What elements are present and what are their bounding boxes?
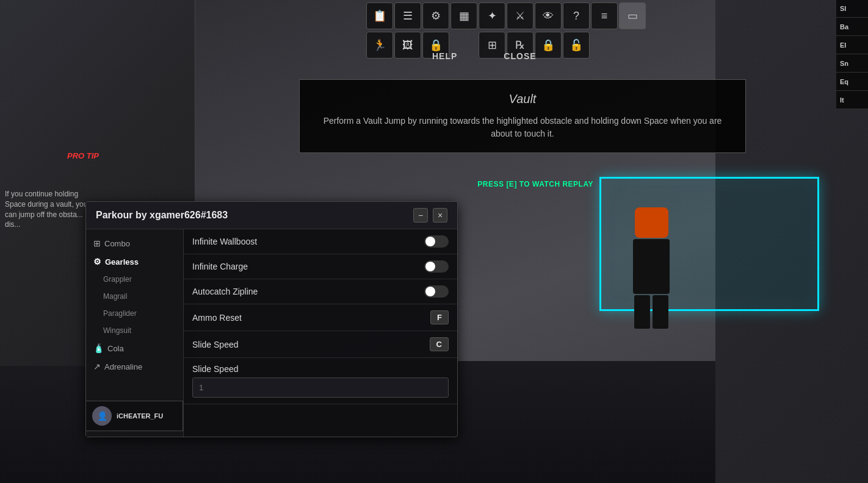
user-avatar: 👤 xyxy=(92,406,112,426)
char-leg-left xyxy=(634,295,650,329)
toggle-charge[interactable] xyxy=(424,260,449,273)
nav-item-cola[interactable]: 🧴 Cola xyxy=(86,339,183,357)
sidebar-item-sl[interactable]: Sl xyxy=(836,0,868,18)
pro-tip-label: PRO TIP xyxy=(67,151,99,160)
sidebar-item-it[interactable]: It xyxy=(836,91,868,109)
nav-label-wingsuit: Wingsuit xyxy=(103,326,131,335)
toolbar-icon-notes[interactable]: 📋 xyxy=(366,2,393,29)
toolbar-icon-chat[interactable]: ▭ xyxy=(619,2,646,29)
toolbar-icon-run[interactable]: 🏃 xyxy=(366,32,393,59)
nav-label-combo: Combo xyxy=(104,239,130,248)
panel-title: Parkour by xgamer626#1683 xyxy=(96,210,228,221)
nav-label-grappler: Grappler xyxy=(103,275,132,284)
vault-tooltip: Vault Perform a Vault Jump by running to… xyxy=(299,79,746,153)
toggle-wallboost[interactable] xyxy=(424,235,449,248)
press-e-label[interactable]: PRESS [E] TO WATCH REPLAY xyxy=(477,180,593,188)
toolbar-icon-help[interactable]: ? xyxy=(563,2,590,29)
vault-description: Perform a Vault Jump by running towards … xyxy=(318,115,727,140)
toolbar-icon-lines[interactable]: ≡ xyxy=(591,2,618,29)
toggle-knob-charge xyxy=(425,262,435,271)
toggle-knob-wallboost xyxy=(425,237,435,246)
toolbar-icon-settings[interactable]: ⚙ xyxy=(422,2,449,29)
nav-label-adrenaline: Adrenaline xyxy=(104,362,142,371)
keybind-key-slide-speed[interactable]: C xyxy=(430,337,449,351)
input-label-slide-speed: Slide Speed xyxy=(192,364,449,374)
user-bar: 👤 iCHEATER_FU xyxy=(85,401,183,431)
help-close-bar: HELP CLOSE xyxy=(427,49,541,63)
toggle-row-infinite-charge: Infinite Charge xyxy=(184,254,457,279)
minimize-button[interactable]: − xyxy=(413,208,428,223)
keybind-row-ammo-reset: Ammo Reset F xyxy=(184,304,457,331)
nav-item-grappler[interactable]: Grappler xyxy=(86,271,183,288)
panel-header: Parkour by xgamer626#1683 − × xyxy=(86,202,457,229)
sidebar-item-eq[interactable]: Eq xyxy=(836,73,868,91)
nav-label-magrail: Magrail xyxy=(103,292,127,301)
right-sidebar: Sl Ba El Sn Eq It xyxy=(836,0,868,109)
sidebar-item-ba[interactable]: Ba xyxy=(836,18,868,36)
char-leg-right xyxy=(653,295,668,329)
toolbar-icon-list[interactable]: ☰ xyxy=(394,2,421,29)
keybind-label-slide-speed: Slide Speed xyxy=(192,340,239,349)
avatar-icon: 👤 xyxy=(97,411,107,421)
close-button[interactable]: CLOSE xyxy=(499,49,541,63)
toolbar-icon-photo[interactable]: 🖼 xyxy=(394,32,421,59)
toolbar-icon-eye[interactable]: 👁 xyxy=(535,2,562,29)
adrenaline-icon: ↗ xyxy=(93,362,101,371)
panel-controls: − × xyxy=(413,208,447,223)
keybind-key-ammo-reset[interactable]: F xyxy=(430,310,449,324)
nav-item-wingsuit[interactable]: Wingsuit xyxy=(86,322,183,339)
toolbar-icon-lock3[interactable]: 🔓 xyxy=(563,32,590,59)
username-label: iCHEATER_FU xyxy=(117,412,163,420)
toolbar-icon-star[interactable]: ✦ xyxy=(479,2,505,29)
nav-item-adrenaline[interactable]: ↗ Adrenaline xyxy=(86,357,183,376)
nav-label-gearless: Gearless xyxy=(105,257,139,267)
toggle-knob-zipline xyxy=(425,287,435,296)
pro-tip-text: If you continue holding Space during a v… xyxy=(0,189,95,230)
gearless-icon: ⚙ xyxy=(93,257,101,267)
sidebar-item-sn[interactable]: Sn xyxy=(836,55,868,73)
panel-content: Infinite Wallboost Infinite Charge Autoc… xyxy=(184,229,457,437)
nav-item-gearless[interactable]: ⚙ Gearless xyxy=(86,252,183,271)
toolbar-icon-bars[interactable]: ▦ xyxy=(450,2,477,29)
player-character xyxy=(624,207,679,329)
nav-label-cola: Cola xyxy=(107,344,124,353)
char-body xyxy=(633,239,670,294)
keybind-row-slide-speed: Slide Speed C xyxy=(184,331,457,358)
combo-icon: ⊞ xyxy=(93,238,101,248)
char-legs xyxy=(624,295,679,329)
toggle-label-zipline: Autocatch Zipline xyxy=(192,287,258,296)
nav-item-magrail[interactable]: Magrail xyxy=(86,288,183,305)
sidebar-item-el[interactable]: El xyxy=(836,37,868,54)
toggle-label-wallboost: Infinite Wallboost xyxy=(192,237,257,246)
toggle-row-infinite-wallboost: Infinite Wallboost xyxy=(184,229,457,254)
char-head xyxy=(635,207,668,238)
toggle-label-charge: Infinite Charge xyxy=(192,262,248,271)
nav-label-paraglider: Paraglider xyxy=(103,309,137,318)
toolbar-icon-sword[interactable]: ⚔ xyxy=(507,2,533,29)
nav-item-combo[interactable]: ⊞ Combo xyxy=(86,234,183,252)
nav-item-paraglider[interactable]: Paraglider xyxy=(86,305,183,322)
cola-icon: 🧴 xyxy=(93,343,104,353)
input-row-slide-speed: Slide Speed xyxy=(184,358,457,404)
panel-close-button[interactable]: × xyxy=(433,208,447,223)
top-toolbar: 📋 ☰ ⚙ ▦ ✦ ⚔ 👁 ? ≡ ▭ 🏃 🖼 🔒 ⊞ ℞ 🔒 🔓 xyxy=(366,0,746,61)
help-button[interactable]: HELP xyxy=(427,49,462,63)
slide-speed-input[interactable] xyxy=(192,377,449,398)
toggle-zipline[interactable] xyxy=(424,285,449,298)
keybind-label-ammo-reset: Ammo Reset xyxy=(192,313,242,323)
toggle-row-autocatch-zipline: Autocatch Zipline xyxy=(184,279,457,304)
vault-title: Vault xyxy=(318,92,727,106)
